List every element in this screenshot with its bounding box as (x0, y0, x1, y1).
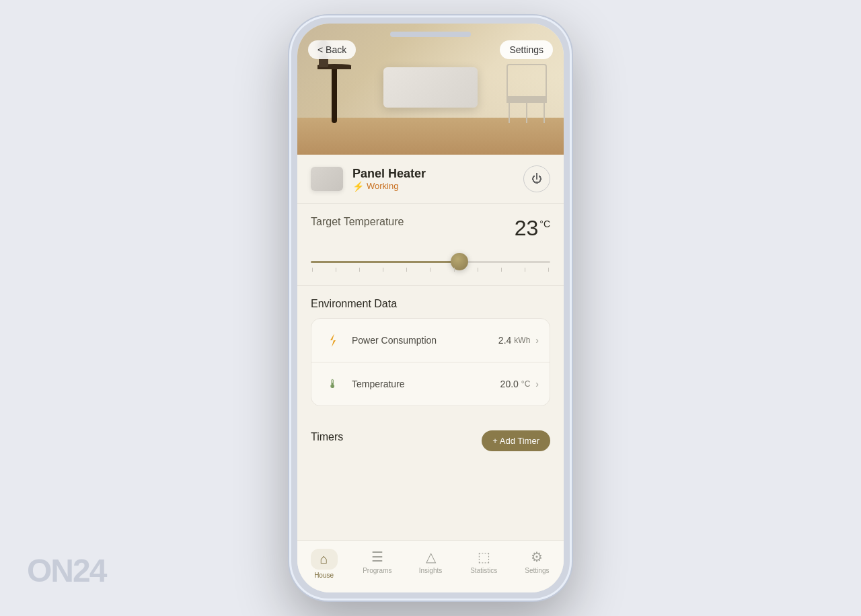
env-section-title: Environment Data (311, 298, 550, 310)
bolt-icon (326, 334, 340, 347)
temperature-row[interactable]: 🌡 Temperature 20.0 °C › (311, 362, 550, 406)
hero-chair (503, 64, 550, 124)
tab-insights-label: Insights (419, 567, 442, 574)
power-consumption-unit: kWh (514, 336, 530, 345)
tick (359, 268, 360, 272)
power-consumption-row[interactable]: Power Consumption 2.4 kWh › (311, 319, 550, 362)
power-icon-wrapper (322, 330, 344, 351)
device-text: Panel Heater ⚡ Working (352, 167, 426, 192)
temperature-env-unit: °C (521, 379, 530, 389)
temp-number: 23 (515, 216, 539, 241)
chair-leg (509, 103, 510, 123)
scroll-content: Panel Heater ⚡ Working ⏻ Target Temperat… (297, 155, 564, 540)
tick (406, 268, 407, 272)
tick (454, 268, 455, 272)
tick (478, 268, 478, 272)
status-label: Working (367, 181, 398, 191)
statistics-icon: ⬚ (478, 549, 490, 565)
temperature-label: Temperature (352, 379, 500, 389)
thermometer-icon: 🌡 (327, 377, 339, 391)
power-button[interactable]: ⏻ (523, 165, 550, 192)
tick (336, 268, 336, 272)
tab-settings-label: Settings (525, 567, 549, 574)
slider-fill (311, 261, 459, 263)
chair-back (507, 64, 547, 98)
chair-seat (507, 98, 547, 103)
tab-statistics[interactable]: ⬚ Statistics (457, 546, 511, 582)
temp-value-display: 23 °C (515, 216, 550, 241)
chair-leg (526, 103, 527, 123)
phone-screen: < Back Settings Panel Heater ⚡ Working (297, 24, 564, 592)
tick (525, 268, 525, 272)
notch (390, 32, 471, 37)
device-info: Panel Heater ⚡ Working (311, 167, 426, 192)
chair-legs (503, 103, 550, 123)
programs-icon: ☰ (371, 549, 383, 565)
temperature-value: 20.0 (500, 379, 519, 389)
power-consumption-value: 2.4 (498, 335, 511, 346)
table-leg (332, 69, 337, 123)
tab-active-bg: ⌂ (311, 549, 338, 570)
tab-bar: ⌂ House ☰ Programs △ Insights ⬚ Statisti… (297, 540, 564, 592)
tick (383, 268, 383, 272)
tab-settings[interactable]: ⚙ Settings (511, 546, 564, 582)
temp-header: Target Temperature 23 °C (311, 216, 550, 241)
house-icon: ⌂ (320, 551, 328, 567)
env-card: Power Consumption 2.4 kWh › 🌡 Temperatur… (311, 318, 550, 406)
device-status: ⚡ Working (352, 181, 426, 192)
chair-leg (544, 103, 545, 123)
device-thumbnail (311, 167, 343, 191)
back-button[interactable]: < Back (308, 40, 356, 59)
temperature-section: Target Temperature 23 °C (297, 204, 564, 286)
hero-table (317, 64, 351, 124)
tick (501, 268, 502, 272)
tick (312, 268, 313, 272)
device-name: Panel Heater (352, 167, 426, 181)
temperature-chevron-icon: › (535, 379, 539, 389)
temperature-slider[interactable] (311, 252, 550, 272)
temp-label: Target Temperature (311, 216, 404, 228)
add-timer-button[interactable]: + Add Timer (482, 430, 550, 451)
tab-settings-icon: ⚙ (531, 549, 543, 565)
tab-statistics-label: Statistics (470, 567, 497, 574)
power-chevron-icon: › (535, 335, 539, 346)
tab-house-label: House (314, 572, 334, 579)
timers-section: Timers + Add Timer (297, 418, 564, 479)
tab-programs[interactable]: ☰ Programs (350, 546, 404, 582)
hero-heater-visual (383, 67, 478, 108)
slider-ticks (311, 268, 550, 272)
insights-icon: △ (426, 549, 436, 565)
temp-unit: °C (539, 219, 550, 229)
settings-button[interactable]: Settings (500, 40, 553, 59)
bolt-status-icon: ⚡ (352, 181, 364, 192)
hero-image: < Back Settings (297, 24, 564, 155)
watermark: ON24 (27, 552, 106, 589)
environment-section: Environment Data Power Consumption 2.4 k… (297, 286, 564, 418)
tab-programs-label: Programs (363, 567, 391, 574)
power-consumption-label: Power Consumption (352, 335, 498, 346)
thermo-icon-wrapper: 🌡 (322, 373, 344, 395)
device-header: Panel Heater ⚡ Working ⏻ (297, 155, 564, 204)
timers-header: Timers + Add Timer (311, 430, 550, 451)
phone-frame: < Back Settings Panel Heater ⚡ Working (289, 15, 572, 601)
tab-insights[interactable]: △ Insights (404, 546, 457, 582)
nav-overlay: < Back Settings (297, 40, 564, 59)
tick (548, 268, 549, 272)
tab-house[interactable]: ⌂ House (297, 546, 350, 582)
tick (430, 268, 430, 272)
timers-section-title: Timers (311, 431, 343, 443)
